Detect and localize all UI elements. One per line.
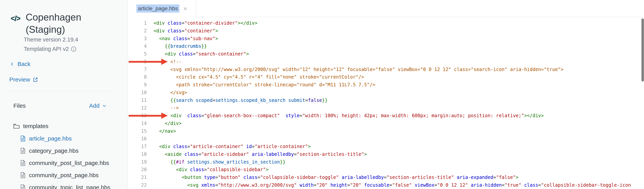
line-number: 14 — [128, 120, 147, 128]
line-content: <path stroke="currentColor" stroke-linec… — [154, 81, 376, 89]
line-number: 20 — [128, 166, 147, 174]
theme-title: Copenhagen (Staging) — [26, 11, 88, 36]
file-name: community_post_list_page.hbs — [29, 160, 109, 166]
line-content: <div class="container-divider"></div> — [154, 19, 258, 27]
file-list: article_page.hbs category_page.hbs commu… — [20, 132, 122, 189]
code-line[interactable]: 19 {{#if settings.show_articles_in_secti… — [128, 158, 644, 166]
document-icon — [20, 184, 26, 189]
line-content: <div class="container"> — [154, 27, 218, 35]
file-item[interactable]: category_page.hbs — [20, 145, 122, 157]
line-number: 11 — [128, 97, 147, 104]
line-number: 15 — [128, 128, 147, 135]
code-line[interactable]: 11 {{search scoped=settings.scoped_kb_se… — [128, 97, 644, 104]
document-icon — [20, 135, 26, 142]
code-line[interactable]: 17 <div class="article-container" id="ar… — [128, 143, 644, 151]
line-content: </div> — [154, 120, 182, 128]
add-file-button[interactable]: Add — [89, 102, 107, 109]
code-line[interactable]: 16 — [128, 135, 644, 143]
code-line[interactable]: 21 <button type="button" class="collapsi… — [128, 174, 644, 182]
code-line[interactable]: 10 </svg> — [128, 89, 644, 97]
preview-link[interactable]: Preview — [9, 76, 38, 83]
line-number: 22 — [128, 182, 147, 189]
chevron-down-icon — [102, 103, 107, 108]
tab-label: article_page.hbs — [136, 4, 179, 13]
templating-api-row: Templating API v2 i — [24, 46, 76, 52]
tab-bar: article_page.hbs × — [128, 0, 644, 17]
line-content: <div class="collapsible-sidebar"> — [154, 166, 268, 174]
line-content: <div class="search-container"> — [154, 50, 249, 58]
line-content: {{breadcrumbs}} — [154, 42, 207, 50]
folder-icon — [14, 123, 20, 129]
theme-version-label: Theme version 2.19.4 — [24, 36, 78, 43]
document-icon — [20, 160, 26, 166]
code-editor[interactable]: 1<div class="container-divider"></div>2<… — [128, 17, 644, 189]
file-item[interactable]: community_post_list_page.hbs — [20, 157, 122, 169]
chevron-left-icon — [10, 61, 15, 67]
line-content: </nav> — [154, 128, 176, 135]
line-number: 2 — [128, 27, 147, 35]
add-label: Add — [89, 102, 100, 109]
file-tree: templates article_page.hbs category_page… — [14, 120, 122, 189]
line-content: {{search scoped=settings.scoped_kb_searc… — [154, 97, 328, 104]
line-number: 1 — [128, 19, 147, 27]
back-label: Back — [18, 61, 30, 67]
line-content: <div class="glean-search-box--compact" s… — [154, 112, 544, 120]
code-line[interactable]: 9 <path stroke="currentColor" stroke-lin… — [128, 81, 644, 89]
code-line[interactable]: 2<div class="container"> — [128, 27, 644, 35]
line-number: 10 — [128, 89, 147, 97]
back-link[interactable]: Back — [10, 61, 30, 67]
line-content: <button type="button" class="collapsible… — [154, 174, 518, 182]
code-line[interactable]: 13 <div class="glean-search-box--compact… — [128, 112, 644, 120]
annotation-arrow — [129, 115, 161, 117]
code-line[interactable]: 12 --> — [128, 104, 644, 112]
file-item[interactable]: community_post_page.hbs — [20, 169, 122, 181]
code-line[interactable]: 5 <div class="search-container"> — [128, 50, 644, 58]
code-line[interactable]: 20 <div class="collapsible-sidebar"> — [128, 166, 644, 174]
line-number: 12 — [128, 104, 147, 112]
line-content: <aside class="article-sidebar" aria-labe… — [154, 151, 367, 158]
line-number: 3 — [128, 35, 147, 43]
line-number: 19 — [128, 158, 147, 166]
line-content: <svg xmlns="http://www.w3.org/2000/svg" … — [154, 182, 631, 189]
folder-label: templates — [23, 123, 48, 129]
code-line[interactable]: 15 </nav> — [128, 128, 644, 135]
document-icon — [20, 172, 26, 178]
sidebar: </> Copenhagen (Staging) Theme version 2… — [0, 0, 128, 189]
theme-brand: </> Copenhagen (Staging) — [11, 11, 88, 36]
code-line[interactable]: 14 </div> — [128, 120, 644, 128]
code-line[interactable]: 22 <svg xmlns="http://www.w3.org/2000/sv… — [128, 182, 644, 189]
code-line[interactable]: 18 <aside class="article-sidebar" aria-l… — [128, 151, 644, 158]
preview-label: Preview — [9, 76, 30, 83]
line-number: 4 — [128, 42, 147, 50]
code-line[interactable]: 1<div class="container-divider"></div> — [128, 19, 644, 27]
info-icon[interactable]: i — [71, 47, 76, 52]
line-content: <svg xmlns="http://www.w3.org/2000/svg" … — [154, 66, 564, 74]
line-number: 16 — [128, 135, 147, 143]
external-link-icon — [33, 77, 38, 82]
theme-editor-window: </> Copenhagen (Staging) Theme version 2… — [0, 0, 644, 189]
scrollbar-thumb[interactable] — [642, 18, 644, 81]
line-number: 5 — [128, 50, 147, 58]
close-icon[interactable]: × — [183, 5, 187, 12]
line-content: </svg> — [154, 89, 187, 97]
files-label: Files — [14, 102, 26, 109]
folder-templates[interactable]: templates — [14, 120, 122, 132]
file-name: article_page.hbs — [29, 135, 72, 142]
code-line[interactable]: 6 <!-- — [128, 58, 644, 66]
line-number: 21 — [128, 174, 147, 182]
document-icon — [20, 148, 26, 154]
code-line[interactable]: 4 {{breadcrumbs}} — [128, 42, 644, 50]
line-content: {{#if settings.show_articles_in_section}… — [154, 158, 286, 166]
file-item[interactable]: community_topic_list_page.hbs — [20, 181, 122, 189]
tab-article-page[interactable]: article_page.hbs × — [128, 0, 196, 17]
code-line[interactable]: 7 <svg xmlns="http://www.w3.org/2000/svg… — [128, 66, 644, 74]
code-line[interactable]: 8 <circle cx="4.5" cy="4.5" r="4" fill="… — [128, 73, 644, 81]
line-content: --> — [154, 104, 179, 112]
file-item[interactable]: article_page.hbs — [20, 132, 122, 145]
line-number: 17 — [128, 143, 147, 151]
line-content: <circle cx="4.5" cy="4.5" r="4" fill="no… — [154, 73, 364, 81]
annotation-arrow — [129, 61, 161, 63]
code-line[interactable]: 3 <nav class="sub-nav"> — [128, 35, 644, 43]
file-name: community_topic_list_page.hbs — [29, 184, 110, 189]
templating-api-label: Templating API v2 — [24, 46, 69, 52]
